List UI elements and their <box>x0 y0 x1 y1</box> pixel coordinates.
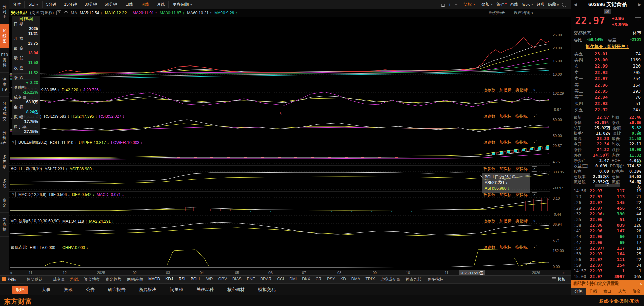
indicator-tab[interactable]: 资金博弈 <box>84 277 100 282</box>
indicator-tab[interactable]: 神奇九转 <box>406 277 422 282</box>
tick-row[interactable]: :41 22.96 147 28 <box>571 228 644 234</box>
buy-level-row[interactable]: 买三 22.9476 <box>571 94 644 100</box>
fuquan-button[interactable]: 复权▼ <box>461 1 478 8</box>
tick-row[interactable]: :50 22.97 ↑ 117 19 <box>571 245 644 251</box>
buy-level-row[interactable]: 买四 22.9351 <box>571 101 644 107</box>
close-panel-icon[interactable]: × <box>532 245 537 250</box>
sidebar-tab[interactable]: 分 价 表 <box>0 126 9 150</box>
indicator-tab[interactable]: BOLL <box>191 277 201 282</box>
nav-item[interactable]: 公告 <box>86 287 95 293</box>
indicator-tab[interactable]: RSI <box>179 277 185 282</box>
boll-sub-panel[interactable]: ? BOLL副图(20,2) BOLL:11.910 ↑UPPER:13.817… <box>9 139 550 166</box>
add-to-watchlist-button[interactable]: + <box>635 17 641 24</box>
tick-tab[interactable]: 分笔 <box>571 288 586 295</box>
period-button[interactable]: 5日▼ <box>25 1 43 8</box>
nav-item[interactable]: 所属板块 <box>139 287 156 293</box>
lock-icon[interactable] <box>441 2 445 7</box>
tick-row[interactable]: :23 22.97 113 21 <box>571 194 644 200</box>
indicator-tab[interactable]: 均线 <box>70 277 79 282</box>
indicator-tab[interactable]: CCI <box>277 277 284 282</box>
buy-level-row[interactable]: 买五 22.92247 <box>571 107 644 113</box>
nav-item[interactable]: 股吧 <box>12 286 28 294</box>
macd-panel[interactable]: ? MACD(12,26,9) DIF:0.506 ↓DEA:0.542 ↓MA… <box>9 191 550 218</box>
indicator-tab[interactable]: PSY <box>327 277 335 282</box>
period-button[interactable]: 5分钟 <box>43 1 61 8</box>
close-panel-icon[interactable]: × <box>532 166 537 172</box>
zoom-in-button[interactable]: + <box>448 2 451 7</box>
change-params-link[interactable]: 改参数 <box>483 192 495 198</box>
open-account-link[interactable]: 抓住机会，即刻开户！ <box>586 44 629 50</box>
scroll-left-icon[interactable]: « <box>10 271 12 275</box>
buy-level-row[interactable]: 买二 22.95293 <box>571 88 644 94</box>
buy-level-row[interactable]: 买一 22.96154 <box>571 82 644 88</box>
help-icon[interactable]: ? <box>56 10 61 15</box>
indicator-tab[interactable]: ENE <box>247 277 255 282</box>
switch-indicator-link[interactable]: 换指标 <box>515 166 528 172</box>
eastmoney-logo[interactable]: 东方财富 <box>4 297 32 306</box>
indicator-tab[interactable]: BIAS <box>232 277 241 282</box>
indicator-tab[interactable]: TRIX <box>366 277 375 282</box>
switch-indicator-link[interactable]: 换指标 <box>515 192 528 198</box>
bottom-bar-tab[interactable]: 千档 <box>586 288 600 295</box>
sidebar-tab[interactable]: 多 股 <box>0 174 9 193</box>
period-button[interactable]: 日线 <box>121 1 137 8</box>
zoom-out-button[interactable]: − <box>455 2 458 7</box>
add-indicator-link[interactable]: 加指标 <box>499 114 511 119</box>
change-params-link[interactable]: 改参数 <box>483 166 495 172</box>
change-params-link[interactable]: 改参数 <box>483 114 495 119</box>
close-panel-icon[interactable]: × <box>532 114 537 119</box>
sidebar-tab[interactable]: 多 周 期 <box>0 150 9 174</box>
indicator-tab[interactable]: OBV <box>218 277 227 282</box>
add-indicator-link[interactable]: 加指标 <box>499 140 511 145</box>
change-params-link[interactable]: 改参数 <box>483 218 495 224</box>
sidebar-tab[interactable]: 资 金 <box>0 193 9 213</box>
tick-row[interactable]: :32 22.96 ↓ 390 44 <box>571 211 644 217</box>
switch-indicator-link[interactable]: 换指标 <box>515 114 528 119</box>
period-button[interactable]: 分时 <box>9 1 25 8</box>
indicator-tab[interactable]: DMI <box>289 277 297 282</box>
kdj-panel[interactable]: ? KDJ(9,3,3) K:38.056 ↓D:42.220 ↓J:29.72… <box>9 87 550 113</box>
sell-level-row[interactable]: 卖五 23.0174 <box>571 51 644 57</box>
nav-item[interactable]: 模拟交易 <box>258 287 276 293</box>
indicator-menu-button[interactable]: 指标 <box>8 277 16 282</box>
tick-row[interactable]: 14:57 22.97 1 1 <box>571 268 644 274</box>
switch-indicator-link[interactable]: 换指标 <box>515 140 528 145</box>
template-button[interactable]: 模板 <box>558 277 566 282</box>
period-button[interactable]: 60分钟 <box>101 1 121 8</box>
switch-indicator-link[interactable]: 换指标 <box>515 245 528 250</box>
period-button[interactable]: 更多周期▼ <box>169 1 196 8</box>
scroll-right-icon[interactable]: » <box>563 271 565 275</box>
period-button[interactable]: 30分钟 <box>81 1 101 8</box>
stock-code-name[interactable]: 603696 安记食品 <box>571 1 644 8</box>
indicator-tab[interactable]: DKX <box>302 277 310 282</box>
change-params-link[interactable]: 改参数 <box>483 140 495 145</box>
sidebar-tab[interactable]: 龙 虎 榜 <box>0 213 9 237</box>
switch-indicator-link[interactable]: 换指标 <box>515 87 528 93</box>
fullscreen-icon[interactable] <box>562 3 566 7</box>
next-stock-icon[interactable]: ▶ <box>638 2 641 7</box>
vol-panel[interactable]: VOL波动(5,10,20,30,60,90) MA1:34.118 ↑MA2:… <box>9 218 550 244</box>
hide-button[interactable]: 隐藏» <box>548 2 559 7</box>
tick-row[interactable]: :44 22.96 60 13 <box>571 234 644 239</box>
add-indicator-link[interactable]: 加指标 <box>499 166 511 172</box>
chips-button[interactable]: 筹码 <box>496 2 507 7</box>
indicator-tab[interactable]: WR <box>206 277 213 282</box>
tick-row[interactable]: :29 22.97 456 45 <box>571 205 644 211</box>
close-panel-icon[interactable]: × <box>532 140 537 145</box>
overlay-button[interactable]: 叠加▼ <box>481 2 493 7</box>
switch-indicator-link[interactable]: 换指标 <box>515 218 528 224</box>
bottom-bar-tab[interactable]: 资金 <box>630 288 644 295</box>
draw-line-button[interactable]: 画线 <box>510 2 518 7</box>
indicator-tab[interactable]: 成交量 <box>53 277 65 282</box>
tick-row[interactable]: :53 22.97 164 25 <box>571 251 644 257</box>
sidebar-expand-icon[interactable]: ◂ <box>0 141 2 145</box>
close-panel-icon[interactable]: × <box>532 88 537 93</box>
nav-item[interactable]: 关联品种 <box>196 287 214 293</box>
sell-level-row[interactable]: 卖四 23.001169 <box>571 57 644 63</box>
close-banner-icon[interactable]: × <box>640 281 642 286</box>
main-kline-panel[interactable]: 25.00 20.00 15.00 10.00 <box>9 17 550 87</box>
sell-level-row[interactable]: 卖二 22.98705 <box>571 70 644 76</box>
nav-item[interactable]: 资讯 <box>64 287 72 293</box>
indicator-tab[interactable]: 虚拟成交量 <box>380 277 400 282</box>
tick-row[interactable]: :38 22.96 839 126 <box>571 222 644 228</box>
